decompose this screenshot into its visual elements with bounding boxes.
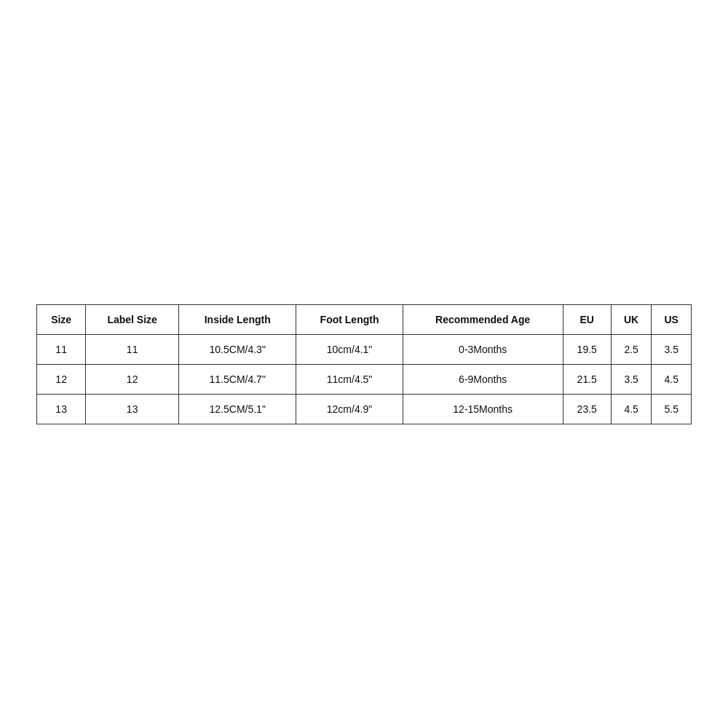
col-header-foot-length: Foot Length [296,304,403,334]
cell-size-row0: 11 [37,334,86,364]
cell-label_size-row2: 13 [86,394,179,424]
cell-label_size-row0: 11 [86,334,179,364]
cell-us-row2: 5.5 [652,394,692,424]
cell-foot_length-row0: 10cm/4.1" [296,334,403,364]
col-header-size: Size [37,304,86,334]
cell-inside_length-row2: 12.5CM/5.1" [179,394,296,424]
size-chart-table: Size Label Size Inside Length Foot Lengt… [36,304,692,424]
col-header-inside-length: Inside Length [179,304,296,334]
cell-size-row2: 13 [37,394,86,424]
cell-recommended_age-row2: 12-15Months [403,394,563,424]
cell-us-row1: 4.5 [652,364,692,394]
cell-size-row1: 12 [37,364,86,394]
col-header-us: US [652,304,692,334]
cell-inside_length-row0: 10.5CM/4.3" [179,334,296,364]
cell-us-row0: 3.5 [652,334,692,364]
size-chart-container: Size Label Size Inside Length Foot Lengt… [36,304,692,424]
cell-uk-row1: 3.5 [611,364,652,394]
cell-inside_length-row1: 11.5CM/4.7" [179,364,296,394]
table-header-row: Size Label Size Inside Length Foot Lengt… [37,304,692,334]
cell-eu-row2: 23.5 [563,394,611,424]
col-header-label-size: Label Size [86,304,179,334]
cell-uk-row2: 4.5 [611,394,652,424]
col-header-recommended-age: Recommended Age [403,304,563,334]
cell-foot_length-row2: 12cm/4.9" [296,394,403,424]
cell-label_size-row1: 12 [86,364,179,394]
table-row: 111110.5CM/4.3"10cm/4.1"0-3Months19.52.5… [37,334,692,364]
col-header-uk: UK [611,304,652,334]
cell-eu-row1: 21.5 [563,364,611,394]
table-row: 121211.5CM/4.7"11cm/4.5"6-9Months21.53.5… [37,364,692,394]
col-header-eu: EU [563,304,611,334]
cell-eu-row0: 19.5 [563,334,611,364]
table-row: 131312.5CM/5.1"12cm/4.9"12-15Months23.54… [37,394,692,424]
cell-foot_length-row1: 11cm/4.5" [296,364,403,394]
cell-recommended_age-row1: 6-9Months [403,364,563,394]
cell-recommended_age-row0: 0-3Months [403,334,563,364]
cell-uk-row0: 2.5 [611,334,652,364]
